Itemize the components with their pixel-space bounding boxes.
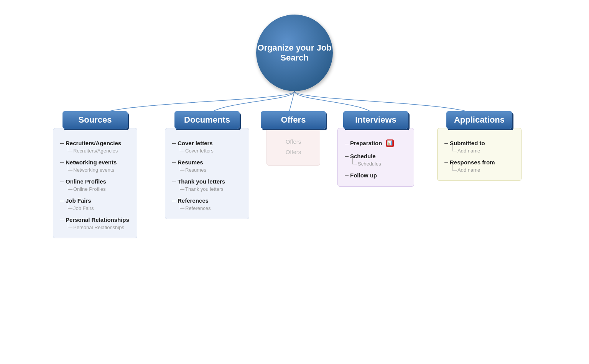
list-item: Recruiters/Agencies xyxy=(60,140,130,146)
interviews-column: Interviews Preparation Schedule Schedule… xyxy=(337,111,414,187)
applications-header: Applications xyxy=(446,111,512,129)
list-item: Job Fairs xyxy=(60,197,130,204)
sources-body: Recruiters/Agencies Recruiters/Agencies … xyxy=(53,128,137,238)
interviews-body: Preparation Schedule Schedules Follow up xyxy=(337,128,414,187)
center-label: Organize your Job Search xyxy=(256,43,333,63)
list-item: Online Profiles xyxy=(60,178,130,185)
list-item: Preparation xyxy=(345,140,407,148)
list-item: Personal Relationships xyxy=(60,216,130,223)
interviews-header: Interviews xyxy=(343,111,408,129)
list-item: Thank you letters xyxy=(180,186,242,192)
list-item: Responses from xyxy=(444,159,514,166)
list-item: Job Fairs xyxy=(68,205,130,211)
list-item: Thank you letters xyxy=(172,178,242,185)
center-node: Organize your Job Search xyxy=(256,15,333,91)
documents-header: Documents xyxy=(174,111,240,129)
list-item: References xyxy=(180,205,242,211)
offers-body: Offers Offers xyxy=(267,128,320,166)
sources-column: Sources Recruiters/Agencies Recruiters/A… xyxy=(53,111,137,238)
preparation-icon xyxy=(386,139,394,147)
list-item: Follow up xyxy=(345,172,407,179)
offers-header: Offers xyxy=(261,111,326,129)
list-item: Personal Relationships xyxy=(68,225,130,230)
list-item: Recruiters/Agencies xyxy=(68,148,130,154)
sources-header: Sources xyxy=(63,111,128,129)
list-item: Cover letters xyxy=(180,148,242,154)
list-item: Add name xyxy=(452,148,514,154)
list-item: Schedule xyxy=(345,153,407,159)
diagram-container: Organize your Job Search Sources Recruit… xyxy=(0,0,589,364)
list-item: Submitted to xyxy=(444,140,514,146)
list-item: Resumes xyxy=(172,159,242,166)
list-item: Networking events xyxy=(68,167,130,173)
list-item: Offers xyxy=(274,149,313,155)
list-item: Resumes xyxy=(180,167,242,173)
list-item: Schedules xyxy=(352,161,407,167)
documents-body: Cover letters Cover letters Resumes Resu… xyxy=(165,128,249,219)
documents-column: Documents Cover letters Cover letters Re… xyxy=(165,111,249,219)
applications-column: Applications Submitted to Add name Respo… xyxy=(437,111,522,181)
list-item: Cover letters xyxy=(172,140,242,146)
list-item: Add name xyxy=(452,167,514,173)
offers-column: Offers Offers Offers xyxy=(261,111,326,166)
applications-body: Submitted to Add name Responses from Add… xyxy=(437,128,522,181)
list-item: Networking events xyxy=(60,159,130,166)
list-item: Online Profiles xyxy=(68,186,130,192)
list-item: Offers xyxy=(274,138,313,145)
list-item: References xyxy=(172,197,242,204)
